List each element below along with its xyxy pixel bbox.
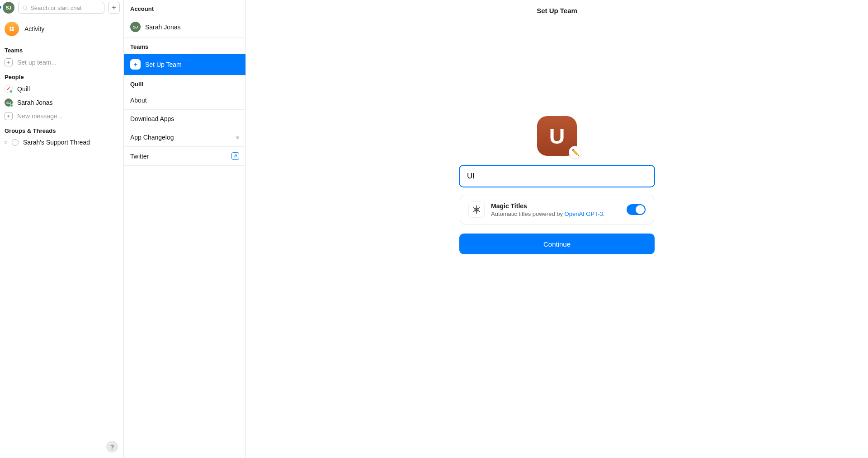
window-handle-icon: [289, 456, 416, 458]
teams-settings-header: Teams: [124, 38, 245, 54]
toggle-knob-icon: [636, 205, 645, 214]
external-link-icon: [231, 152, 239, 160]
plus-icon: [111, 5, 117, 11]
person-quill[interactable]: Quill: [0, 82, 123, 96]
thread-label: Sarah's Support Thread: [23, 139, 119, 146]
thread-status-icon: [5, 141, 7, 144]
groups-section-header: Groups & Threads: [0, 123, 123, 136]
continue-button[interactable]: Continue: [459, 234, 655, 254]
chat-bubble-icon: [12, 139, 19, 146]
settings-panel: Account SJ Sarah Jonas Teams Set Up Team…: [124, 0, 246, 458]
twitter-item[interactable]: Twitter: [124, 147, 245, 166]
team-name-input[interactable]: [459, 165, 655, 187]
person-sarah-label: Sarah Jonas: [17, 99, 119, 106]
search-placeholder: Search or start chat: [30, 5, 81, 11]
search-icon: [22, 5, 28, 11]
sidebar-left: SJ Search or start chat Activity Teams S…: [0, 0, 124, 458]
about-item[interactable]: About: [124, 91, 245, 110]
activity-item[interactable]: Activity: [0, 15, 123, 42]
openai-link[interactable]: OpenAI GPT-3: [565, 210, 603, 217]
plus-square-icon: [5, 112, 13, 120]
setup-team-settings-item[interactable]: Set Up Team: [124, 54, 245, 75]
plus-square-icon: [5, 58, 13, 66]
teams-section-header: Teams: [0, 42, 123, 56]
account-section-header: Account: [124, 0, 245, 16]
account-name: Sarah Jonas: [145, 23, 181, 31]
magic-titles-subtitle: Automatic titles powered by OpenAI GPT-3…: [491, 210, 620, 217]
magic-titles-card: Magic Titles Automatic titles powered by…: [460, 195, 654, 224]
changelog-item[interactable]: App Changelog: [124, 128, 245, 147]
new-chat-button[interactable]: [108, 2, 120, 14]
new-message-item[interactable]: New message...: [0, 109, 123, 123]
online-status-icon: [10, 104, 13, 107]
account-avatar-icon: SJ: [130, 22, 141, 32]
setup-team-settings-label: Set Up Team: [145, 61, 182, 68]
edit-avatar-button[interactable]: ✏️: [569, 146, 581, 159]
search-input[interactable]: Search or start chat: [18, 2, 104, 14]
magic-titles-heading: Magic Titles: [491, 202, 620, 210]
new-message-label: New message...: [17, 112, 119, 120]
activity-label: Activity: [24, 25, 44, 33]
page-title: Set Up Team: [246, 0, 868, 21]
about-label: About: [130, 97, 147, 104]
changelog-label: App Changelog: [130, 134, 231, 141]
account-item[interactable]: SJ Sarah Jonas: [124, 16, 245, 38]
main-content: Set Up Team U ✏️ Magic Titles Automatic …: [246, 0, 868, 458]
svg-rect-7: [12, 29, 14, 31]
people-section-header: People: [0, 69, 123, 82]
top-bar: SJ Search or start chat: [0, 0, 123, 15]
download-item[interactable]: Download Apps: [124, 110, 245, 128]
magic-titles-text: Magic Titles Automatic titles powered by…: [491, 202, 620, 217]
quill-avatar-icon: [5, 85, 13, 93]
svg-line-14: [234, 155, 236, 157]
svg-line-1: [26, 9, 27, 9]
svg-rect-4: [9, 27, 11, 28]
person-quill-label: Quill: [17, 85, 119, 93]
quill-section-header: Quill: [124, 75, 245, 91]
activity-icon: [5, 22, 19, 36]
sarah-avatar-icon: SJ: [5, 98, 13, 107]
download-label: Download Apps: [130, 115, 174, 122]
twitter-label: Twitter: [130, 153, 227, 160]
openai-icon: [468, 201, 485, 218]
svg-rect-5: [12, 27, 14, 28]
thread-item[interactable]: Sarah's Support Thread: [0, 136, 123, 149]
setup-team-item[interactable]: Set up team...: [0, 56, 123, 69]
add-team-icon: [130, 59, 141, 70]
svg-rect-6: [9, 29, 11, 31]
person-sarah[interactable]: SJ Sarah Jonas: [0, 96, 123, 109]
user-avatar[interactable]: SJ: [3, 2, 14, 14]
help-button[interactable]: ?: [106, 441, 118, 453]
online-status-icon: [9, 90, 13, 93]
setup-team-label: Set up team...: [17, 59, 119, 66]
svg-point-0: [23, 6, 27, 9]
main-body: U ✏️ Magic Titles Automatic titles power…: [246, 21, 868, 458]
unread-dot-icon: [236, 136, 239, 139]
magic-titles-toggle[interactable]: [627, 204, 646, 215]
team-avatar-container[interactable]: U ✏️: [537, 116, 577, 156]
